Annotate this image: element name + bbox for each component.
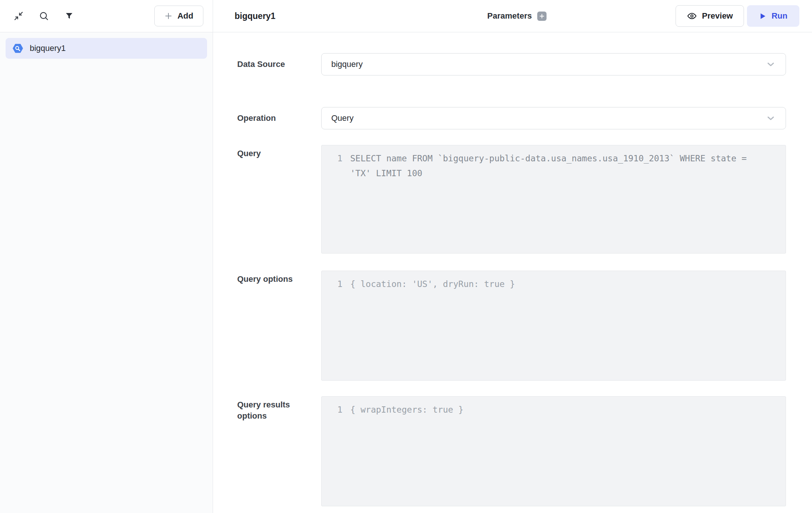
bigquery-icon xyxy=(12,43,23,54)
line-number: 1 xyxy=(322,277,342,291)
data-source-select[interactable]: bigquery xyxy=(321,53,786,75)
add-button-label: Add xyxy=(177,11,193,21)
preview-button-label: Preview xyxy=(702,11,733,21)
data-source-label: Data Source xyxy=(237,59,300,70)
operation-value: Query xyxy=(331,113,766,123)
form-row-data-source: Data Source bigquery xyxy=(237,53,786,75)
query-options-label: Query options xyxy=(237,271,300,381)
data-source-value: bigquery xyxy=(331,59,766,69)
plus-icon xyxy=(164,12,173,20)
query-options-code-editor[interactable]: 1 { location: 'US', dryRun: true } xyxy=(321,271,786,381)
form-row-operation: Operation Query xyxy=(237,107,786,129)
operation-select[interactable]: Query xyxy=(321,107,786,129)
sidebar-toolbar: Add xyxy=(0,0,213,32)
query-placeholder-text: SELECT name FROM `bigquery-public-data.u… xyxy=(342,151,761,181)
form-row-query-results-options: Query results options 1 { wrapIntegers: … xyxy=(237,396,786,506)
query-editor-panel: bigquery1 Parameters xyxy=(213,0,812,513)
run-button[interactable]: Run xyxy=(747,5,799,27)
add-parameter-icon[interactable] xyxy=(537,12,547,21)
parameters-label: Parameters xyxy=(487,11,532,21)
run-button-label: Run xyxy=(771,11,787,21)
eye-icon xyxy=(687,11,697,21)
editor-header: bigquery1 Parameters xyxy=(213,0,812,32)
query-results-options-code-editor[interactable]: 1 { wrapIntegers: true } xyxy=(321,396,786,506)
form-row-query-options: Query options 1 { location: 'US', dryRun… xyxy=(237,271,786,381)
preview-button[interactable]: Preview xyxy=(676,5,744,27)
page-title: bigquery1 xyxy=(235,11,276,21)
query-form: Data Source bigquery Operation xyxy=(213,32,812,513)
app-window: Add bigquery1 bigquery1 xyxy=(0,0,812,513)
query-list: bigquery1 xyxy=(0,32,213,513)
line-number: 1 xyxy=(322,151,342,166)
query-options-placeholder-text: { location: 'US', dryRun: true } xyxy=(342,277,526,291)
query-label: Query xyxy=(237,145,300,254)
form-row-query: Query 1 SELECT name FROM `bigquery-publi… xyxy=(237,145,786,254)
query-results-options-placeholder-text: { wrapIntegers: true } xyxy=(342,402,475,417)
query-code-editor[interactable]: 1 SELECT name FROM `bigquery-public-data… xyxy=(321,145,786,254)
chevron-down-icon xyxy=(766,59,776,70)
collapse-panel-icon[interactable] xyxy=(13,10,25,22)
add-query-button[interactable]: Add xyxy=(154,6,203,26)
filter-icon[interactable] xyxy=(63,10,75,22)
chevron-down-icon xyxy=(766,113,776,123)
query-results-options-label: Query results options xyxy=(237,396,300,506)
play-icon xyxy=(759,12,767,20)
sidebar-item-label: bigquery1 xyxy=(30,43,66,53)
sidebar-item-bigquery1[interactable]: bigquery1 xyxy=(6,38,207,59)
operation-label: Operation xyxy=(237,113,300,124)
query-list-sidebar: Add bigquery1 xyxy=(0,0,213,513)
line-number: 1 xyxy=(322,402,342,417)
search-icon[interactable] xyxy=(38,10,50,22)
